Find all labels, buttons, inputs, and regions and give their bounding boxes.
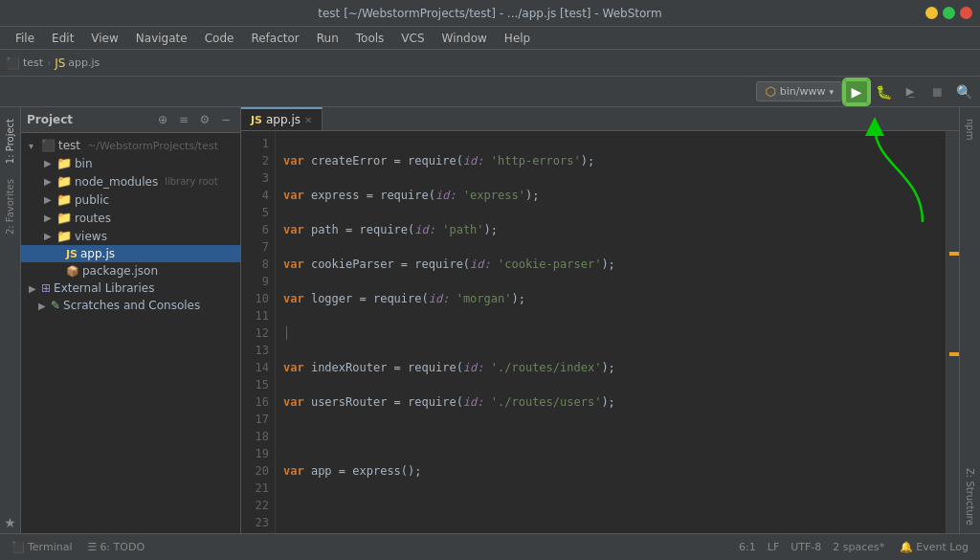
event-log-label: Event Log [916,541,969,553]
code-line-11 [283,497,938,514]
stop-icon: ⏹ [930,84,944,100]
terminal-label: Terminal [28,541,73,553]
code-line-7: var indexRouter = require(id: './routes/… [283,359,938,376]
cursor-position: 6:1 [739,541,756,553]
code-line-1: var createError = require(id: 'http-erro… [283,152,938,169]
line-numbers: 1 2 3 4 5 6 7 8 9 10 11 12 13 14 15 16 1 [241,131,276,533]
menu-view[interactable]: View [83,30,125,47]
run-icon: ▶ [852,84,862,100]
debug-icon: 🐛 [876,84,892,100]
menu-tools[interactable]: Tools [348,30,392,47]
sidebar-item-npm[interactable]: npm [963,111,977,147]
project-tree-minimize[interactable]: − [217,111,234,128]
tree-content: ▾ ⬛ test ~/WebstormProjects/test ▶ 📁 bin… [21,133,240,533]
code-editor: 1 2 3 4 5 6 7 8 9 10 11 12 13 14 15 16 1 [241,131,959,533]
breadcrumb-bar: ⬛ test › JS app.js [0,50,980,77]
stop-button[interactable]: ⏹ [924,79,949,104]
menu-file[interactable]: File [8,30,42,47]
sidebar-item-favorites[interactable]: 2: Favorites [3,171,17,242]
search-icon: 🔍 [956,84,972,100]
right-gutter [946,131,959,533]
code-content[interactable]: var createError = require(id: 'http-erro… [276,131,946,533]
terminal-button[interactable]: ⬛ Terminal [8,540,77,554]
coverage-button[interactable]: ▶̲ [898,79,923,104]
menu-vcs[interactable]: VCS [393,30,432,47]
sidebar-item-project[interactable]: 1: Project [3,111,17,171]
sidebar-item-structure[interactable]: Z: Structure [963,460,977,533]
menu-window[interactable]: Window [434,30,495,47]
event-log-icon: 🔔 [900,541,913,553]
project-tree-options[interactable]: ⊕ [154,111,171,128]
tab-close-button[interactable]: ✕ [304,115,312,125]
status-left: ⬛ Terminal ☰ 6: TODO [8,540,148,554]
debug-button[interactable]: 🐛 [871,79,896,104]
status-bar: ⬛ Terminal ☰ 6: TODO 6:1 LF UTF-8 2 spac… [0,533,980,560]
status-right: 6:1 LF UTF-8 2 spaces* 🔔 Event Log [739,540,972,554]
toolbar: ⬡ bin/www ▾ ▶ 🐛 ▶̲ ⏹ 🔍 [0,77,980,107]
editor-area: JS app.js ✕ 1 2 3 4 5 6 7 8 9 1 [241,107,959,533]
tree-item-appjs[interactable]: ▶ JS app.js [21,245,240,262]
tree-item-node-modules[interactable]: ▶ 📁 node_modules library root [21,172,240,190]
editor-tabs: JS app.js ✕ [241,107,959,131]
gutter-warning [949,252,959,256]
favorites-star[interactable]: ★ [0,512,21,533]
code-line-5: var logger = require(id: 'morgan'); [283,290,938,307]
tab-label: app.js [266,113,301,126]
search-everywhere-button[interactable]: 🔍 [951,79,976,104]
project-tree-header: Project ⊕ ≡ ⚙ − [21,107,240,133]
close-button[interactable] [960,7,972,19]
run-button[interactable]: ▶ [844,79,869,104]
todo-button[interactable]: ☰ 6: TODO [84,540,149,554]
menu-bar: File Edit View Navigate Code Refactor Ru… [0,27,980,50]
tree-item-views[interactable]: ▶ 📁 views [21,227,240,245]
run-config-label: bin/www [780,85,826,98]
tree-item-public[interactable]: ▶ 📁 public [21,190,240,209]
code-line-4: var cookieParser = require(id: 'cookie-p… [283,256,938,273]
tree-item-root[interactable]: ▾ ⬛ test ~/WebstormProjects/test [21,137,240,154]
indent-info: 2 spaces* [833,541,884,553]
code-line-6: │ [283,325,938,342]
title-bar: test [~/WebstormProjects/test] - .../app… [0,0,980,27]
tree-item-scratches[interactable]: ▶ ✎ Scratches and Consoles [21,297,240,314]
run-config-icon: ⬡ [765,84,775,99]
project-tree-collapse[interactable]: ≡ [175,111,192,128]
menu-run[interactable]: Run [309,30,346,47]
menu-edit[interactable]: Edit [44,30,81,47]
maximize-button[interactable] [943,7,955,19]
tree-item-routes[interactable]: ▶ 📁 routes [21,209,240,227]
window-controls [925,7,972,19]
scratches-label: Scratches and Consoles [63,299,200,312]
project-tree-title: Project [27,113,150,126]
code-line-8: var usersRouter = require(id: './routes/… [283,393,938,411]
menu-navigate[interactable]: Navigate [128,30,195,47]
code-line-10: var app = express(); [283,462,938,480]
project-tree: Project ⊕ ≡ ⚙ − ▾ ⬛ test ~/WebstormProje… [21,107,241,533]
encoding: UTF-8 [791,541,821,553]
menu-help[interactable]: Help [497,30,538,47]
todo-label: 6: TODO [100,541,145,553]
run-config-selector[interactable]: ⬡ bin/www ▾ [756,81,842,101]
breadcrumb-file[interactable]: JS app.js [55,56,100,70]
code-line-2: var express = require(id: 'express'); [283,187,938,204]
tree-item-external-libs[interactable]: ▶ ⊞ External Libraries [21,280,240,297]
coverage-icon: ▶̲ [906,85,914,98]
breadcrumb-separator: › [47,57,51,68]
run-config-dropdown-icon: ▾ [829,87,834,97]
code-line-3: var path = require(id: 'path'); [283,221,938,238]
minimize-button[interactable] [925,7,938,19]
left-panel-tabs: 1: Project 2: Favorites ★ [0,107,21,533]
project-tree-settings[interactable]: ⚙ [196,111,213,128]
menu-code[interactable]: Code [197,30,242,47]
menu-refactor[interactable]: Refactor [243,30,306,47]
tree-item-packagejson[interactable]: ▶ 📦 package.json [21,262,240,280]
gutter-warning-2 [949,352,959,356]
window-title: test [~/WebstormProjects/test] - .../app… [318,7,661,20]
editor-tab-appjs[interactable]: JS app.js ✕ [241,107,323,130]
code-line-9 [283,428,938,445]
event-log-button[interactable]: 🔔 Event Log [896,540,972,554]
line-ending: LF [768,541,779,553]
right-panel-tabs: npm Z: Structure [959,107,980,533]
tree-item-bin[interactable]: ▶ 📁 bin [21,154,240,172]
breadcrumb-project[interactable]: ⬛ test [6,56,43,70]
